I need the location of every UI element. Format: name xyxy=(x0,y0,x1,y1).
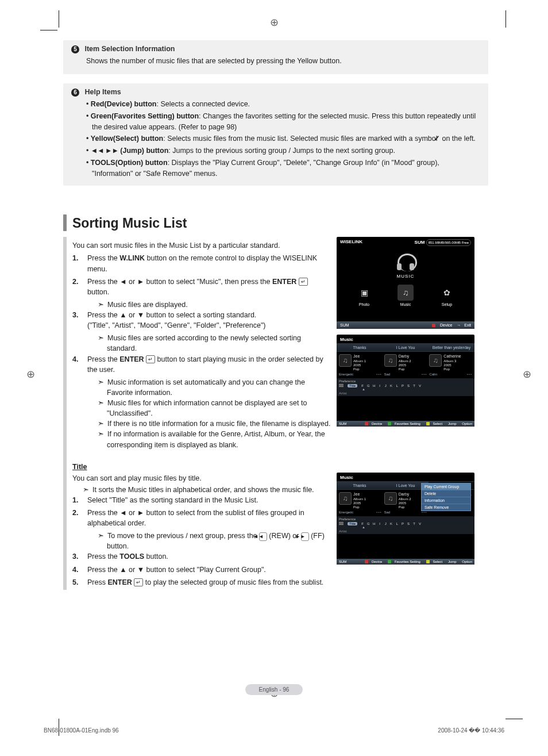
music-head: Music xyxy=(337,335,474,343)
wiselink-tile-photo[interactable]: ▣ Photo xyxy=(356,285,372,306)
gear-icon: ✿ xyxy=(439,285,455,301)
hamburger-icon xyxy=(339,383,344,387)
sort-arrow-icon: ▲ xyxy=(362,525,472,529)
note-icon: ♫ xyxy=(339,492,352,505)
popup-item[interactable]: Information xyxy=(422,497,470,504)
music-item[interactable]: ♫JeeAlbum 12005PopEnergetic••• xyxy=(339,354,382,376)
wiselink-bottom-exit: →Exit xyxy=(457,323,471,327)
music-item[interactable]: ♫DarbyAlbum 22005PopSad••• xyxy=(384,354,427,376)
info-box-6: 6 Help Items Red(Device) button: Selects… xyxy=(63,83,488,186)
enter-icon: ↵ xyxy=(299,278,308,286)
sort-artist: Artist xyxy=(339,529,472,533)
music-tab[interactable]: Thanks xyxy=(337,344,383,351)
sort-letter[interactable]: V xyxy=(417,384,423,387)
popup-item[interactable]: Play Current Group xyxy=(422,483,470,490)
crop-mark xyxy=(505,10,506,28)
sort-letter[interactable]: S xyxy=(406,384,411,387)
step-3: 3. Press the ▲ or ▼ button to select a s… xyxy=(72,310,331,331)
note-icon: ♫ xyxy=(429,354,442,367)
rew-keycap-icon: ◄◄ xyxy=(259,532,267,541)
sort-title-selected[interactable]: Title xyxy=(348,384,357,387)
legend-option: Option xyxy=(460,560,472,563)
sort-letter[interactable]: I xyxy=(377,522,383,525)
t-step-1: 1.Select "Title" as the sorting standard… xyxy=(72,495,331,505)
music-item[interactable]: ♫CatherineAlbum 32005PopCalm••• xyxy=(429,354,472,376)
wiselink-screenshot: WISELINK SUM 851.98MB/995.00MB Free MUSI… xyxy=(337,237,474,329)
tools-popup: Play Current Group Delete Information Sa… xyxy=(421,483,471,511)
sort-letter[interactable]: V xyxy=(417,522,423,525)
sort-title-selected[interactable]: Title xyxy=(348,522,357,525)
enter-icon: ↵ xyxy=(134,578,143,586)
music-tab[interactable]: Thanks xyxy=(337,482,383,489)
sort-preference: Preference xyxy=(339,517,472,521)
bullet-yellow: Yellow(Select) button: Selects music fil… xyxy=(86,133,480,144)
section-title: Sorting Music List xyxy=(72,214,187,231)
sort-letter[interactable]: H xyxy=(371,384,377,387)
bullet-jump: ◄◄ ►► (Jump) button: Jumps to the previo… xyxy=(86,145,480,156)
sort-letter[interactable]: F xyxy=(360,384,365,387)
sort-letter[interactable]: J xyxy=(383,522,388,525)
t-step-3: 3.Press the TOOLS button. xyxy=(72,551,331,562)
music-list-screenshot: Music Thanks I Love You Better than yest… xyxy=(337,335,474,427)
page-footer: English - 96 xyxy=(0,684,548,695)
t-step-2-sub: ➣To move to the previous / next group, p… xyxy=(98,531,331,551)
sort-letter[interactable]: H xyxy=(371,522,377,525)
sort-letter[interactable]: I xyxy=(377,384,383,387)
crop-mark xyxy=(40,30,57,30)
sort-letter[interactable]: S xyxy=(406,522,411,525)
wiselink-title: WISELINK xyxy=(340,239,362,246)
step-1: 1. Press the W.LINK button on the remote… xyxy=(72,253,331,274)
wiselink-sum: SUM xyxy=(415,240,425,245)
sort-letter[interactable]: G xyxy=(365,384,371,387)
sort-letter[interactable]: G xyxy=(365,522,371,525)
headphone-icon xyxy=(396,252,415,271)
sort-letter[interactable]: P xyxy=(400,522,406,525)
sort-letter[interactable]: L xyxy=(394,522,400,525)
sort-letter[interactable]: T xyxy=(411,522,417,525)
music-item[interactable]: ♫JeeAlbum 12005PopEnergetic••• xyxy=(339,492,382,514)
note-icon: ♫ xyxy=(339,354,352,367)
info-box-5: 5 Item Selection Information Shows the n… xyxy=(63,40,488,74)
step-2-sub: ➣Music files are displayed. xyxy=(98,300,331,310)
wiselink-tile-setup[interactable]: ✿ Setup xyxy=(439,285,455,306)
popup-item[interactable]: Delete xyxy=(422,490,470,497)
legend-device: Device xyxy=(362,422,382,425)
hamburger-icon xyxy=(339,521,344,525)
legend-favorites: Favorites Setting xyxy=(385,560,420,563)
music-tab[interactable]: I Love You xyxy=(383,344,429,351)
legend-device: Device xyxy=(362,560,382,563)
wiselink-capacity: 851.98MB/995.00MB Free xyxy=(426,239,471,246)
step-4-sub-3: ➣If there is no title information for a … xyxy=(98,419,331,429)
registration-mark-right: ⊕ xyxy=(523,368,531,381)
sort-arrow-icon: ▲ xyxy=(362,387,472,391)
step-4-sub-2: ➣Music files for which information canno… xyxy=(98,398,331,419)
note-icon: ♫ xyxy=(384,492,397,505)
sort-letter[interactable]: K xyxy=(388,522,394,525)
sort-preference: Preference xyxy=(339,379,472,383)
music-list-popup-screenshot: Music Thanks I Love You ♫JeeAlbum 12005P… xyxy=(337,473,474,565)
popup-item[interactable]: Safe Remove xyxy=(422,504,470,511)
legend-select: Select xyxy=(424,560,443,563)
sort-artist: Artist xyxy=(339,392,472,395)
sort-letter[interactable]: T xyxy=(411,384,417,387)
step-4-sub-1: ➣Music information is set automatically … xyxy=(98,377,331,398)
registration-mark-left: ⊕ xyxy=(26,368,35,381)
music-bottom-sum: SUM xyxy=(339,560,346,563)
sort-letter[interactable]: K xyxy=(388,384,394,387)
bullet-green: Green(Favorites Setting) button: Changes… xyxy=(86,111,480,133)
sort-letter[interactable]: L xyxy=(394,384,400,387)
circled-number-5: 5 xyxy=(71,45,79,53)
sort-letter[interactable]: J xyxy=(383,384,388,387)
music-head: Music xyxy=(337,473,474,481)
legend-option: Option xyxy=(460,422,472,425)
wiselink-tile-music[interactable]: ♫ Music xyxy=(398,285,414,306)
t-step-5: 5.Press ENTER ↵ to play the selected gro… xyxy=(72,577,331,588)
note-icon: ♫ xyxy=(384,354,397,367)
sort-letter[interactable]: P xyxy=(400,384,406,387)
box5-title: Item Selection Information xyxy=(84,45,175,53)
sort-letter[interactable]: F xyxy=(360,522,365,525)
music-tab[interactable]: Better than yesterday xyxy=(429,344,474,351)
t-step-4: 4.Press the ▲ or ▼ button to select "Pla… xyxy=(72,565,331,575)
photo-icon: ▣ xyxy=(356,285,372,301)
wiselink-music-label: MUSIC xyxy=(337,274,474,279)
